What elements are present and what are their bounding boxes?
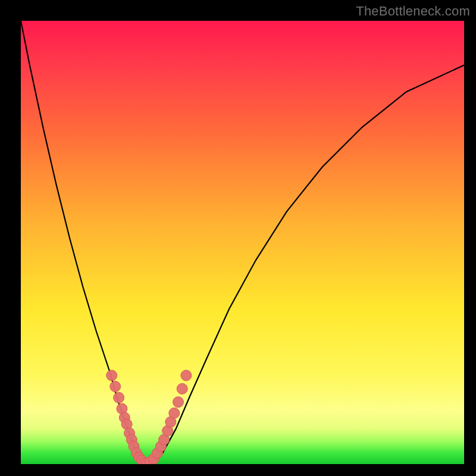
watermark-text: TheBottleneck.com [356, 4, 470, 19]
sample-marker [169, 408, 180, 418]
sample-marker [181, 370, 192, 381]
sample-marker [110, 381, 121, 392]
sample-marker [114, 392, 124, 403]
chart-stage: TheBottleneck.com [0, 0, 476, 476]
sample-marker [177, 383, 187, 394]
bottleneck-curve-path [21, 21, 464, 464]
plot-area [21, 21, 464, 464]
sample-marker [173, 397, 184, 408]
sample-marker [107, 370, 117, 381]
sample-markers-group [107, 370, 192, 464]
chart-svg [21, 21, 464, 464]
